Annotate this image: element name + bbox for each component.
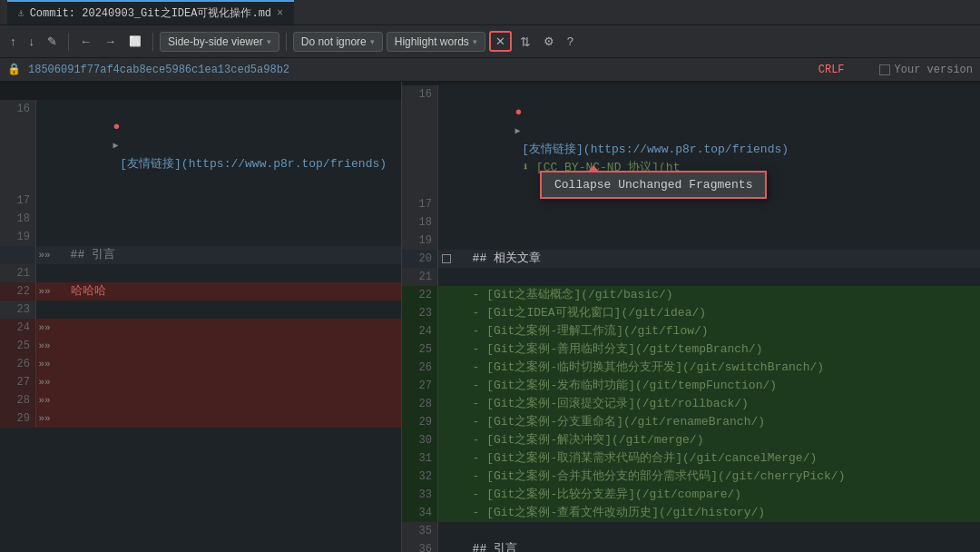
right-gutter-30: 30: [402, 431, 438, 449]
left-gutter-28: 28: [0, 391, 36, 409]
settings-button[interactable]: ⚙: [539, 32, 559, 51]
right-gutter-26: 26: [402, 359, 438, 377]
right-line-32: 32 - [Git之案例-合并其他分支的部分需求代码](/git/cherryP…: [402, 468, 980, 486]
right-content-29: - [Git之案例-分支重命名](/git/renameBranch/): [455, 413, 980, 431]
nav-down-button[interactable]: ↓: [24, 32, 40, 51]
ignore-dropdown[interactable]: Do not ignore ▾: [293, 32, 383, 52]
viewer-label: Side-by-side viewer: [168, 35, 263, 48]
right-fold-checkbox[interactable]: [438, 250, 455, 268]
right-line-30: 30 - [Git之案例-解决冲突](/git/merge/): [402, 431, 980, 449]
left-gutter-23: 23: [0, 301, 36, 319]
commit-hash: 18506091f77af4cab8ece5986c1ea13ced5a98b2: [28, 64, 289, 76]
right-content-23: - [Git之IDEA可视化窗口](/git/idea/): [455, 304, 980, 322]
title-tab[interactable]: ⚓ Commit: 20240903_Git之IDEA可视化操作.md ×: [7, 0, 294, 25]
ignore-arrow: ▾: [370, 37, 375, 46]
left-line-28: 28 »»: [0, 391, 401, 409]
left-gutter-27: 27: [0, 373, 36, 391]
diff-area: 16 ● ▶ [友情链接](https://www.p8r.top/friend…: [0, 82, 980, 552]
left-fold-content: ## 引言: [53, 246, 401, 264]
left-gutter-17: 17: [0, 192, 36, 210]
nav-up-button[interactable]: ↑: [5, 32, 21, 51]
left-fold-line[interactable]: »» ## 引言: [0, 246, 401, 264]
right-content-24: - [Git之案例-理解工作流](/git/flow/): [455, 322, 980, 340]
right-line-28: 28 - [Git之案例-回滚提交记录](/git/rollback/): [402, 395, 980, 413]
right-line-26: 26 - [Git之案例-临时切换其他分支开发](/git/switchBran…: [402, 359, 980, 377]
right-gutter-31: 31: [402, 449, 438, 468]
left-content-16: ● ▶ [友情链接](https://www.p8r.top/friends): [53, 100, 401, 192]
right-gutter-24: 24: [402, 322, 438, 340]
right-gutter-16: 16: [402, 85, 438, 195]
right-line-27: 27 - [Git之案例-发布临时功能](/git/tempFunction/): [402, 377, 980, 395]
left-line-23: 23: [0, 301, 401, 319]
right-gutter-36: 36: [402, 540, 438, 552]
right-gutter-18: 18: [402, 213, 438, 232]
right-gutter-27: 27: [402, 377, 438, 395]
right-line-22: 22 - [Git之基础概念](/git/basic/): [402, 286, 980, 304]
viewer-dropdown[interactable]: Side-by-side viewer ▾: [160, 32, 279, 52]
arrow-icon-left-16: ▶: [113, 141, 118, 151]
forward-button[interactable]: →: [100, 32, 121, 51]
right-gutter-23: 23: [402, 304, 438, 322]
help-button[interactable]: ?: [563, 32, 578, 51]
gear-icon: ⚙: [544, 34, 554, 48]
close-selected-button[interactable]: ✕: [489, 31, 512, 52]
close-x-icon: ✕: [495, 34, 505, 48]
right-content-30: - [Git之案例-解决冲突](/git/merge/): [455, 431, 980, 449]
left-gutter-29: 29: [0, 409, 36, 428]
right-fold-line[interactable]: 20 ## 相关文章: [402, 250, 980, 268]
your-version-checkbox[interactable]: [879, 64, 890, 75]
left-line-24: 24 »»: [0, 319, 401, 337]
right-fold-content: ## 相关文章: [455, 250, 980, 268]
right-gutter-22: 22: [402, 286, 438, 304]
status-bar: 🔒 18506091f77af4cab8ece5986c1ea13ced5a98…: [0, 58, 980, 82]
left-gutter-26: 26: [0, 355, 36, 373]
right-content-27: - [Git之案例-发布临时功能](/git/tempFunction/): [455, 377, 980, 395]
viewer-arrow: ▾: [267, 37, 271, 46]
left-line-22: 22 »» 哈哈哈: [0, 282, 401, 301]
crlf-label: CRLF: [818, 64, 845, 76]
collapse-popup[interactable]: Collapse Unchanged Fragments: [540, 171, 767, 199]
collapse-popup-text: Collapse Unchanged Fragments: [554, 178, 752, 192]
edit-button[interactable]: ✎: [43, 32, 62, 51]
help-icon: ?: [567, 34, 573, 48]
right-content-25: - [Git之案例-善用临时分支](/git/tempBranch/): [455, 340, 980, 359]
left-gutter-24: 24: [0, 319, 36, 337]
sync-button[interactable]: ⇅: [515, 32, 535, 52]
left-gutter-22: 22: [0, 282, 36, 301]
right-line-36: 36 ## 引言: [402, 540, 980, 552]
left-line-26: 26 »»: [0, 355, 401, 373]
left-line-16: 16 ● ▶ [友情链接](https://www.p8r.top/friend…: [0, 100, 401, 192]
file-button[interactable]: ⬜: [124, 33, 146, 50]
right-panel: 16 ● ▶ [友情链接](https://www.p8r.top/friend…: [402, 82, 980, 552]
left-panel: 16 ● ▶ [友情链接](https://www.p8r.top/friend…: [0, 82, 402, 552]
left-line-18: 18: [0, 210, 401, 228]
right-line-25: 25 - [Git之案例-善用临时分支](/git/tempBranch/): [402, 340, 980, 359]
left-line-19: 19: [0, 228, 401, 246]
left-line-27: 27 »»: [0, 373, 401, 391]
right-fold-gutter: 20: [402, 250, 438, 268]
left-fold-gutter: [0, 246, 36, 264]
left-gutter-18: 18: [0, 210, 36, 228]
bullet-icon-left-16: ●: [113, 120, 120, 133]
left-line-17: 17: [0, 192, 401, 210]
highlight-dropdown[interactable]: Highlight words ▾: [387, 32, 485, 52]
right-gutter-33: 33: [402, 486, 438, 504]
left-gutter-16: 16: [0, 100, 36, 192]
right-line-24: 24 - [Git之案例-理解工作流](/git/flow/): [402, 322, 980, 340]
right-gutter-28: 28: [402, 395, 438, 413]
your-version-label: Your version: [895, 64, 973, 76]
pin-icon: ⚓: [18, 7, 24, 19]
back-button[interactable]: ←: [75, 32, 96, 51]
title-bar: ⚓ Commit: 20240903_Git之IDEA可视化操作.md ×: [0, 0, 980, 25]
tab-close-icon[interactable]: ×: [277, 7, 283, 20]
right-content-26: - [Git之案例-临时切换其他分支开发](/git/switchBranch/…: [455, 359, 980, 377]
left-fold-mark[interactable]: »»: [36, 246, 53, 264]
left-content-22: 哈哈哈: [53, 282, 401, 301]
right-content-32: - [Git之案例-合并其他分支的部分需求代码](/git/cherryPick…: [455, 468, 980, 486]
right-line-21: 21: [402, 268, 980, 286]
right-gutter-25: 25: [402, 340, 438, 359]
left-content-29: [53, 409, 401, 428]
left-content-26: [53, 355, 401, 373]
left-line-fold-top: [0, 82, 401, 100]
highlight-label: Highlight words: [395, 35, 469, 48]
